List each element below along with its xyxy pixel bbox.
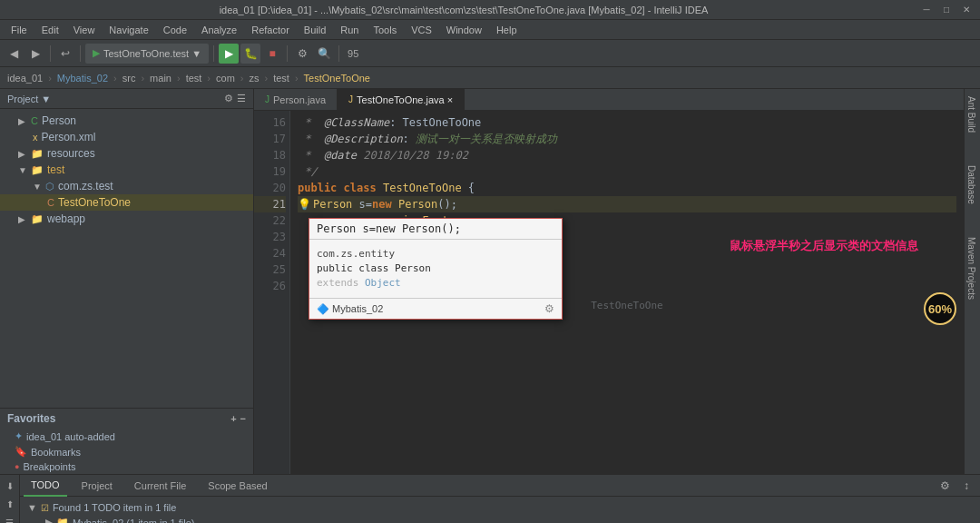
menu-view[interactable]: View (66, 20, 103, 40)
tree-person-xml[interactable]: x Person.xml (0, 129, 253, 145)
add-fav-icon[interactable]: + (230, 413, 236, 424)
bc-zs[interactable]: zs (245, 71, 262, 85)
tree-package[interactable]: ▼ ⬡ com.zs.test (0, 178, 253, 194)
fav-item-auto[interactable]: ✦ idea_01 auto-added (0, 429, 253, 444)
favorites-header[interactable]: Favorites + − (0, 409, 253, 429)
menu-analyze[interactable]: Analyze (194, 20, 244, 40)
todo-settings-icon[interactable]: ⚙ (935, 476, 955, 496)
folder-icon: 📁 (31, 164, 44, 176)
tree-arrow: ▶ (18, 116, 27, 126)
group-icon[interactable]: ☰ (3, 515, 17, 523)
bc-idea01[interactable]: idea_01 (4, 71, 46, 85)
minus-fav-icon[interactable]: − (240, 413, 246, 424)
ac-line1: com.zs.entity (317, 247, 554, 262)
toolbar-sep-3 (213, 45, 214, 62)
tree-test-folder[interactable]: ▼ 📁 test (0, 162, 253, 178)
ac-gear-icon[interactable]: ⚙ (544, 302, 554, 315)
maximize-button[interactable]: □ (940, 4, 953, 16)
menu-run[interactable]: Run (333, 20, 366, 40)
tree-item-label: test (47, 163, 64, 176)
search-button[interactable]: 🔍 (314, 44, 334, 64)
tree-arrow: ▼ (33, 182, 42, 192)
tree-arrow: ▶ (18, 149, 27, 159)
menu-help[interactable]: Help (489, 20, 524, 40)
menu-vcs[interactable]: VCS (404, 20, 439, 40)
todo-child-item[interactable]: ▶ 📁 Mybatis_02 (1 item in 1 file) (27, 515, 973, 523)
tree-item-label: resources (47, 147, 95, 160)
tree-test-class[interactable]: C TestOneToOne (0, 194, 253, 211)
autocomplete-popup: Person s=new Person(); com.zs.entity pub… (309, 218, 563, 320)
minimize-button[interactable]: ─ (920, 4, 933, 16)
todo-tab-project[interactable]: Project (74, 475, 120, 497)
code-line-21: 💡 Person s= new Person (); (298, 196, 956, 212)
sidebar-settings-icon[interactable]: ⚙ (224, 93, 233, 104)
run-button[interactable]: ▶ (219, 44, 239, 64)
autocomplete-footer: 🔷 Mybatis_02 ⚙ (309, 298, 562, 319)
todo-expand-icon[interactable]: ↕ (956, 476, 976, 496)
package-icon: ⬡ (45, 181, 54, 192)
menu-navigate[interactable]: Navigate (102, 20, 155, 40)
menu-bar: File Edit View Navigate Code Analyze Ref… (0, 20, 980, 40)
todo-toolbar: TODO Project Current File Scope Based ⚙ … (20, 475, 980, 497)
database-panel-tab[interactable]: Database (965, 158, 980, 212)
close-button[interactable]: ✕ (960, 4, 973, 16)
todo-child-arrow[interactable]: ▶ (45, 517, 53, 523)
collapse-all-icon[interactable]: ⬆ (3, 497, 17, 511)
line-num-18: 18 (254, 147, 286, 163)
run-config-selector[interactable]: ▶ TestOneToOne.test ▼ (85, 44, 209, 64)
todo-tab-scope[interactable]: Scope Based (201, 475, 274, 497)
menu-file[interactable]: File (4, 20, 34, 40)
bc-main[interactable]: main (146, 71, 175, 85)
fav-item-label: Bookmarks (31, 447, 81, 458)
bc-test[interactable]: test (182, 71, 206, 85)
todo-tab-todo[interactable]: TODO (24, 475, 67, 497)
settings-button[interactable]: ⚙ (292, 44, 312, 64)
forward-button[interactable]: ▶ (25, 44, 45, 64)
tree-webapp[interactable]: ▶ 📁 webapp (0, 211, 253, 227)
main-area: Project ▼ ⚙ ☰ ▶ C Person x Person.xml ▶ … (0, 89, 980, 474)
tree-item-label: TestOneToOne (58, 196, 131, 209)
stop-button[interactable]: ■ (262, 44, 282, 64)
menu-build[interactable]: Build (297, 20, 333, 40)
expand-all-icon[interactable]: ⬇ (3, 479, 17, 493)
line-num-23: 23 (254, 229, 286, 245)
project-tree: ▶ C Person x Person.xml ▶ 📁 resources ▼ … (0, 109, 253, 408)
bc-test2[interactable]: test (270, 71, 293, 85)
menu-edit[interactable]: Edit (34, 20, 66, 40)
sidebar-gear-icon[interactable]: ☰ (237, 93, 246, 104)
run-config-icon: ▶ (93, 47, 100, 59)
menu-window[interactable]: Window (439, 20, 489, 40)
tab-test-java[interactable]: J TestOneToOne.java × (338, 89, 465, 111)
bc-src[interactable]: src (119, 71, 140, 85)
line-num-24: 24 (254, 245, 286, 262)
bc-mybatis02[interactable]: Mybatis_02 (54, 71, 112, 85)
sidebar-header[interactable]: Project ▼ ⚙ ☰ (0, 89, 253, 109)
menu-code[interactable]: Code (156, 20, 194, 40)
line-num-25: 25 (254, 262, 286, 278)
line-num-21: 21 (254, 196, 286, 212)
todo-actions: ⚙ ↕ (935, 476, 976, 496)
todo-expand-arrow[interactable]: ▼ (27, 502, 37, 513)
todo-tab-current[interactable]: Current File (127, 475, 193, 497)
line-numbers: 16 17 18 19 20 21 22 23 24 25 26 (254, 111, 290, 474)
tree-person-java[interactable]: ▶ C Person (0, 113, 253, 129)
editor-tabs: J Person.java J TestOneToOne.java × (254, 89, 964, 111)
undo-button[interactable]: ↩ (55, 44, 75, 64)
fav-item-breakpoints[interactable]: ● Breakpoints (0, 459, 253, 474)
fav-item-bookmarks[interactable]: 🔖 Bookmarks (0, 444, 253, 459)
debug-button[interactable]: 🐛 (240, 44, 260, 64)
bc-com[interactable]: com (212, 71, 239, 85)
code-line-17: * @Description : 测试一对一关系是否映射成功 (298, 131, 956, 147)
code-line-20: public class TestOneToOne { (298, 180, 956, 196)
ant-build-panel-tab[interactable]: Ant Build (965, 89, 980, 140)
toolbar-sep-2 (80, 45, 81, 62)
todo-found-item: ▼ ☑ Found 1 TODO item in 1 file (27, 500, 973, 515)
menu-tools[interactable]: Tools (366, 20, 404, 40)
menu-refactor[interactable]: Refactor (244, 20, 297, 40)
tab-person-java[interactable]: J Person.java (254, 89, 338, 111)
maven-projects-panel-tab[interactable]: Maven Projects (965, 230, 980, 307)
back-button[interactable]: ◀ (4, 44, 24, 64)
todo-child-label: Mybatis_02 (1 item in 1 file) (73, 518, 195, 524)
bc-classname[interactable]: TestOneToOne (300, 71, 374, 85)
tree-resources[interactable]: ▶ 📁 resources (0, 145, 253, 162)
